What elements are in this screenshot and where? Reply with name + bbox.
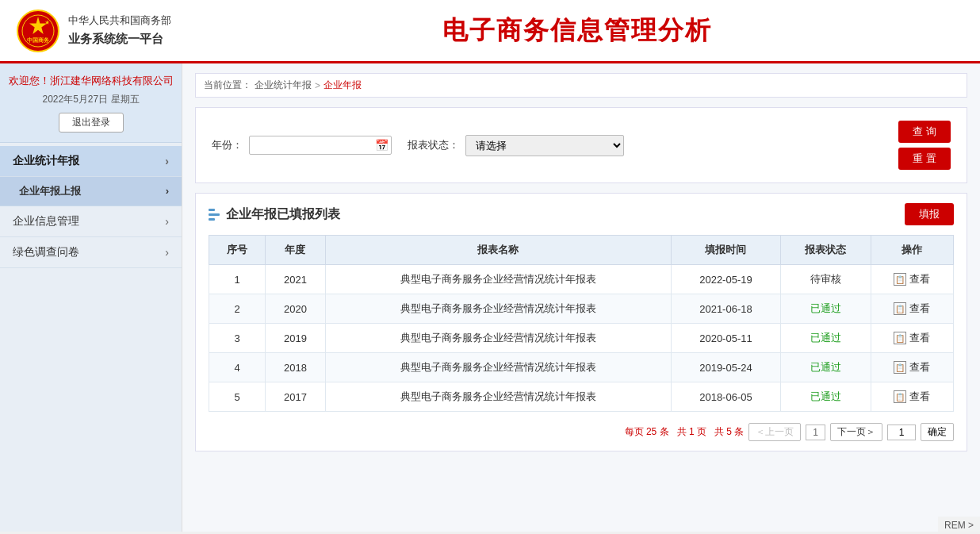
footer-rem: REM > bbox=[938, 517, 980, 532]
cell-name: 典型电子商务服务企业经营情况统计年报表 bbox=[325, 265, 671, 294]
sidebar-sub-menu: 企业年报上报 › bbox=[0, 177, 182, 206]
table-row: 4 2018 典型电子商务服务企业经营情况统计年报表 2019-05-24 已通… bbox=[209, 353, 954, 382]
chevron-right-icon-2: › bbox=[165, 215, 169, 228]
calendar-icon[interactable]: 📅 bbox=[375, 139, 389, 152]
view-link[interactable]: 📋 查看 bbox=[894, 390, 930, 404]
cell-date: 2020-05-11 bbox=[672, 324, 781, 353]
logo-text: 中华人民共和国商务部 业务系统统一平台 bbox=[68, 13, 171, 48]
cell-name: 典型电子商务服务企业经营情况统计年报表 bbox=[325, 324, 671, 353]
view-link[interactable]: 📋 查看 bbox=[894, 302, 930, 316]
cell-status: 待审核 bbox=[780, 265, 871, 294]
view-icon: 📋 bbox=[894, 273, 906, 286]
view-link[interactable]: 📋 查看 bbox=[894, 331, 930, 345]
query-button[interactable]: 查 询 bbox=[898, 121, 951, 143]
cell-status: 已通过 bbox=[780, 324, 871, 353]
reset-button[interactable]: 重 置 bbox=[898, 148, 951, 170]
sidebar-item-annual-report-upload[interactable]: 企业年报上报 › bbox=[0, 177, 182, 206]
report-table: 序号 年度 报表名称 填报时间 报表状态 操作 1 2021 典型电子商务服务企… bbox=[209, 235, 954, 412]
sidebar: 欢迎您！浙江建华网络科技有限公司 2022年5月27日 星期五 退出登录 企业统… bbox=[0, 63, 182, 532]
breadcrumb: 当前位置： 企业统计年报 > 企业年报 bbox=[195, 73, 967, 98]
cell-year: 2018 bbox=[266, 353, 326, 382]
prev-page-button[interactable]: ＜上一页 bbox=[748, 423, 801, 441]
view-icon: 📋 bbox=[894, 332, 906, 344]
sidebar-menu: 企业统计年报 › 企业年报上报 › 企业信息管理 › 绿色调查问卷 › bbox=[0, 146, 182, 268]
view-icon: 📋 bbox=[894, 302, 906, 315]
cell-date: 2022-05-19 bbox=[672, 265, 781, 294]
cell-action[interactable]: 📋 查看 bbox=[871, 294, 953, 324]
page-confirm-button[interactable]: 确定 bbox=[921, 423, 954, 441]
table-title-text: 企业年报已填报列表 bbox=[226, 206, 340, 223]
date-text: 2022年5月27日 星期五 bbox=[8, 93, 174, 106]
page-number-display: 1 bbox=[806, 425, 825, 440]
welcome-text: 欢迎您！浙江建华网络科技有限公司 bbox=[8, 73, 174, 90]
table-panel: 企业年报已填报列表 填报 序号 年度 报表名称 填报时间 报表状态 操作 bbox=[195, 193, 967, 451]
list-icon bbox=[209, 209, 220, 221]
cell-action[interactable]: 📋 查看 bbox=[871, 382, 953, 412]
table-row: 1 2021 典型电子商务服务企业经营情况统计年报表 2022-05-19 待审… bbox=[209, 265, 954, 294]
cell-name: 典型电子商务服务企业经营情况统计年报表 bbox=[325, 294, 671, 324]
rem-text: REM > bbox=[944, 520, 974, 531]
year-input[interactable] bbox=[256, 140, 375, 152]
total-pages: 共 1 页 bbox=[677, 426, 706, 437]
cell-action[interactable]: 📋 查看 bbox=[871, 353, 953, 382]
cell-name: 典型电子商务服务企业经营情况统计年报表 bbox=[325, 353, 671, 382]
chevron-right-icon: › bbox=[165, 155, 169, 167]
chevron-right-icon-3: › bbox=[165, 246, 169, 259]
cell-action[interactable]: 📋 查看 bbox=[871, 324, 953, 353]
logo-area: 中国商务 中华人民共和国商务部 业务系统统一平台 bbox=[16, 9, 190, 53]
cell-year: 2019 bbox=[266, 324, 326, 353]
logout-button[interactable]: 退出登录 bbox=[59, 113, 124, 133]
sidebar-item-enterprise-info[interactable]: 企业信息管理 › bbox=[0, 206, 182, 237]
col-status: 报表状态 bbox=[780, 236, 871, 265]
cell-no: 2 bbox=[209, 294, 266, 324]
next-page-button[interactable]: 下一页＞ bbox=[830, 423, 882, 441]
status-filter-group: 报表状态： 请选择 待审核 已通过 未通过 bbox=[408, 135, 624, 156]
breadcrumb-prefix: 当前位置： bbox=[204, 79, 251, 92]
pagination: 每页 25 条 共 1 页 共 5 条 ＜上一页 1 下一页＞ 确定 bbox=[209, 423, 954, 441]
header: 中国商务 中华人民共和国商务部 业务系统统一平台 电子商务信息管理分析 bbox=[0, 0, 980, 63]
sidebar-user-panel: 欢迎您！浙江建华网络科技有限公司 2022年5月27日 星期五 退出登录 bbox=[0, 63, 182, 143]
cell-date: 2019-05-24 bbox=[672, 353, 781, 382]
table-header-row: 序号 年度 报表名称 填报时间 报表状态 操作 bbox=[209, 236, 954, 265]
sidebar-item-annual-report[interactable]: 企业统计年报 › bbox=[0, 146, 182, 177]
breadcrumb-separator: > bbox=[315, 80, 320, 91]
breadcrumb-current: 企业年报 bbox=[323, 79, 362, 92]
logo-emblem: 中国商务 bbox=[16, 9, 60, 53]
year-input-wrapper: 📅 bbox=[249, 136, 392, 155]
sidebar-item-label: 企业统计年报 bbox=[13, 154, 79, 168]
cell-action[interactable]: 📋 查看 bbox=[871, 265, 953, 294]
total-rows: 共 5 条 bbox=[714, 426, 744, 437]
cell-date: 2018-06-05 bbox=[672, 382, 781, 412]
cell-status: 已通过 bbox=[780, 294, 871, 324]
col-date: 填报时间 bbox=[672, 236, 781, 265]
org-line1: 中华人民共和国商务部 bbox=[68, 13, 171, 29]
col-name: 报表名称 bbox=[325, 236, 671, 265]
sidebar-item-green-survey[interactable]: 绿色调查问卷 › bbox=[0, 237, 182, 268]
sidebar-item-label: 企业信息管理 bbox=[13, 214, 79, 229]
content-area: 当前位置： 企业统计年报 > 企业年报 年份： 📅 报表状态： 请选择 待审核 … bbox=[182, 63, 980, 532]
view-link[interactable]: 📋 查看 bbox=[894, 272, 930, 286]
sidebar-sub-item-label: 企业年报上报 bbox=[19, 184, 81, 198]
chevron-right-icon-sub: › bbox=[166, 185, 169, 197]
view-link[interactable]: 📋 查看 bbox=[894, 360, 930, 375]
cell-no: 4 bbox=[209, 353, 266, 382]
cell-status: 已通过 bbox=[780, 382, 871, 412]
cell-status: 已通过 bbox=[780, 353, 871, 382]
year-label: 年份： bbox=[212, 138, 243, 152]
sidebar-item-label: 绿色调查问卷 bbox=[13, 245, 79, 259]
table-row: 3 2019 典型电子商务服务企业经营情况统计年报表 2020-05-11 已通… bbox=[209, 324, 954, 353]
cell-year: 2021 bbox=[266, 265, 326, 294]
cell-no: 3 bbox=[209, 324, 266, 353]
page-jump-input[interactable] bbox=[887, 425, 916, 440]
filter-buttons: 查 询 重 置 bbox=[898, 121, 951, 170]
status-label: 报表状态： bbox=[408, 138, 459, 152]
svg-text:中国商务: 中国商务 bbox=[27, 36, 50, 43]
table-title: 企业年报已填报列表 bbox=[209, 206, 340, 223]
status-select[interactable]: 请选择 待审核 已通过 未通过 bbox=[465, 135, 624, 156]
breadcrumb-parent[interactable]: 企业统计年报 bbox=[255, 79, 312, 92]
page-title: 电子商务信息管理分析 bbox=[190, 13, 964, 48]
filter-panel: 年份： 📅 报表状态： 请选择 待审核 已通过 未通过 查 询 重 置 bbox=[195, 107, 967, 183]
cell-no: 5 bbox=[209, 382, 266, 412]
per-page: 每页 25 条 bbox=[625, 426, 669, 437]
fill-report-button[interactable]: 填报 bbox=[905, 203, 954, 225]
